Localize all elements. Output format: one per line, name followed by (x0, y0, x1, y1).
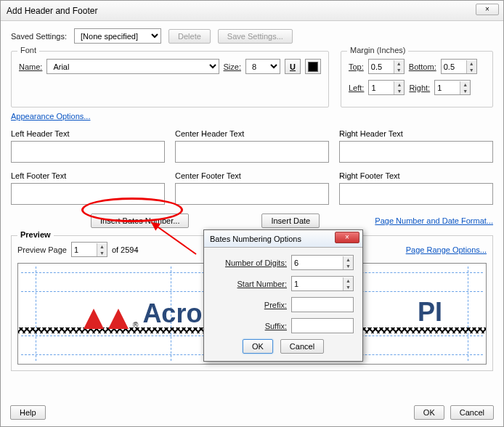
modal-title: Bates Numbering Options (210, 235, 301, 243)
spin-up-icon[interactable]: ▲ (394, 60, 404, 67)
font-legend: Font (17, 46, 39, 54)
prefix-label: Prefix: (264, 301, 287, 309)
font-group: Font Name: Arial Size: 8 U (11, 51, 329, 107)
right-footer-label: Right Footer Text (339, 171, 493, 180)
margin-top-spin[interactable]: ▲▼ (368, 59, 405, 74)
window-title: Add Header and Footer (7, 6, 97, 16)
margin-legend: Margin (Inches) (347, 46, 408, 54)
font-name-label: Name: (19, 62, 42, 71)
underline-button[interactable]: U (285, 59, 301, 74)
preview-legend: Preview (17, 230, 54, 239)
left-header-label: Left Header Text (11, 129, 165, 138)
font-margin-row: Font Name: Arial Size: 8 U Margin (Inche… (11, 51, 493, 107)
page-number-format-link[interactable]: Page Number and Date Format... (375, 216, 493, 225)
suffix-input[interactable] (291, 318, 354, 333)
margin-left-spin[interactable]: ▲▼ (368, 80, 405, 95)
center-header-label: Center Header Text (175, 129, 329, 138)
modal-cancel-button[interactable]: Cancel (280, 339, 324, 354)
appearance-options-link[interactable]: Appearance Options... (11, 112, 90, 121)
left-header-input[interactable] (11, 141, 165, 163)
modal-titlebar: Bates Numbering Options × (204, 230, 362, 248)
titlebar: Add Header and Footer × (1, 1, 503, 21)
color-swatch-icon (308, 62, 318, 72)
right-header-input[interactable] (339, 141, 493, 163)
preview-logo: ® Acro (84, 298, 202, 329)
suffix-label: Suffix: (265, 322, 287, 330)
digits-label: Number of Digits: (225, 259, 287, 267)
font-name-select[interactable]: Arial (46, 59, 219, 74)
saved-settings-row: Saved Settings: [None specified] Delete … (11, 28, 493, 44)
bates-options-dialog: Bates Numbering Options × Number of Digi… (203, 229, 363, 362)
spin-down-icon[interactable]: ▼ (394, 67, 404, 73)
insert-bates-button[interactable]: Insert Bates Number... (91, 214, 189, 228)
page-range-link[interactable]: Page Range Options... (406, 245, 487, 254)
logo-triangle-icon (84, 309, 104, 329)
saved-settings-label: Saved Settings: (11, 32, 67, 41)
font-size-select[interactable]: 8 (245, 59, 280, 74)
center-footer-label: Center Footer Text (175, 171, 329, 180)
margin-group: Margin (Inches) Top: ▲▼ Bottom: ▲▼ Left:… (341, 51, 493, 107)
right-header-label: Right Header Text (339, 129, 493, 138)
cancel-button[interactable]: Cancel (450, 405, 494, 420)
margin-bottom-spin[interactable]: ▲▼ (441, 59, 477, 74)
digits-spin[interactable]: ▲▼ (291, 255, 354, 270)
modal-close-button[interactable]: × (335, 232, 359, 243)
window-close-button[interactable]: × (476, 4, 499, 15)
margin-right-spin[interactable]: ▲▼ (434, 80, 471, 95)
center-footer-input[interactable] (175, 183, 329, 205)
margin-top-label: Top: (349, 62, 364, 71)
start-label: Start Number: (237, 280, 287, 288)
logo-triangle-icon (108, 309, 129, 329)
margin-left-label: Left: (349, 84, 364, 92)
left-footer-label: Left Footer Text (11, 171, 165, 180)
header-text-row: Left Header Text Center Header Text Righ… (11, 125, 493, 163)
insert-date-button[interactable]: Insert Date (261, 214, 320, 228)
color-button[interactable] (305, 59, 321, 74)
dialog-footer: Help OK Cancel (10, 405, 494, 420)
right-footer-input[interactable] (339, 183, 493, 205)
font-size-label: Size: (224, 62, 241, 71)
save-settings-button[interactable]: Save Settings... (218, 29, 293, 44)
ok-button[interactable]: OK (414, 405, 444, 420)
start-spin[interactable]: ▲▼ (291, 276, 354, 291)
prefix-input[interactable] (291, 297, 354, 312)
saved-settings-select[interactable]: [None specified] (74, 28, 161, 44)
dialog-window: Add Header and Footer × Saved Settings: … (0, 0, 504, 427)
footer-text-row: Left Footer Text Center Footer Text Righ… (11, 167, 493, 205)
help-button[interactable]: Help (10, 405, 46, 420)
delete-button[interactable]: Delete (168, 29, 211, 44)
margin-bottom-label: Bottom: (409, 62, 436, 71)
center-header-input[interactable] (175, 141, 329, 163)
preview-page-total: of 2594 (112, 245, 139, 254)
preview-page-spin[interactable]: ▲▼ (71, 242, 107, 257)
margin-right-label: Right: (409, 84, 430, 92)
left-footer-input[interactable] (11, 183, 165, 205)
insert-row: Insert Bates Number... Insert Date Page … (11, 214, 493, 228)
modal-ok-button[interactable]: OK (243, 339, 273, 354)
preview-page-label: Preview Page (17, 245, 67, 254)
